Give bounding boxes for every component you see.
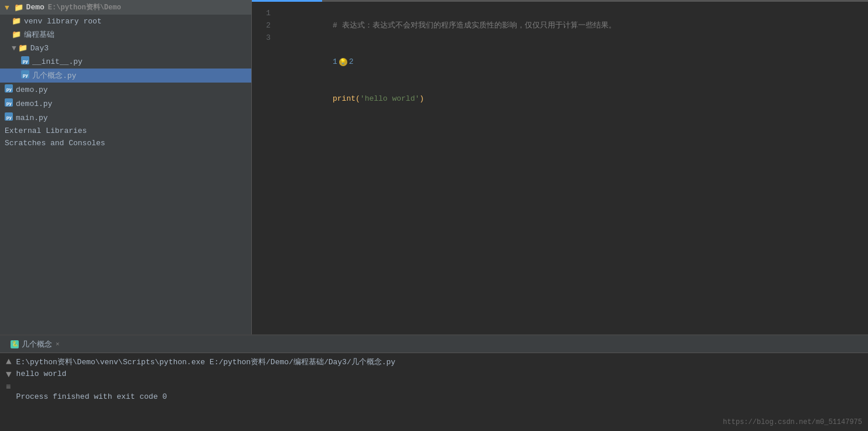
number-1: 1 — [333, 57, 337, 66]
sidebar-item-jigeGainian[interactable]: py 几个概念.py — [0, 69, 251, 83]
terminal-command: E:\python资料\Demo\venv\Scripts\python.exe… — [16, 357, 862, 368]
python-file-icon: py — [21, 70, 29, 81]
sidebar-item-label: main.py — [16, 114, 48, 122]
close-tab-button[interactable]: × — [56, 341, 60, 348]
folder-icon: 📁 — [12, 30, 21, 39]
python-file-icon: py — [5, 84, 13, 95]
sidebar-item-main[interactable]: py main.py — [0, 111, 251, 125]
folder-icon: 📁 — [18, 43, 28, 53]
lightbulb-icon[interactable]: 💡 — [339, 58, 347, 66]
sidebar-item-demo[interactable]: py demo.py — [0, 83, 251, 97]
svg-text:py: py — [6, 87, 12, 92]
python-file-icon: py — [5, 98, 13, 109]
terminal-blank — [16, 379, 862, 391]
line-numbers: 1 2 3 — [252, 2, 281, 334]
number-2: 2 — [349, 57, 354, 66]
terminal-tab[interactable]: 🐍 几个概念 × — [5, 337, 66, 352]
sidebar-item-label: External Libraries — [5, 126, 87, 135]
scroll-bar — [252, 0, 322, 2]
string-hello: 'hello world' — [360, 94, 419, 103]
folder-icon: 📁 — [12, 16, 21, 26]
sidebar-item-scratches[interactable]: Scratches and Consoles — [0, 137, 251, 149]
line-num-1: 1 — [252, 8, 276, 20]
code-line-1: # 表达式：表达式不会对我们的程序造成实质性的影响，仅仅只用于计算一些结果。 — [281, 8, 868, 44]
svg-text:py: py — [6, 115, 12, 120]
terminal-content[interactable]: ▲ ▼ ≡ E:\python资料\Demo\venv\Scripts\pyth… — [0, 353, 868, 431]
editor-area: 1 2 3 # 表达式：表达式不会对我们的程序造成实质性的影响，仅仅只用于计算一… — [252, 0, 868, 334]
down-arrow-icon: ▼ — [6, 370, 12, 380]
svg-text:py: py — [6, 101, 12, 106]
sidebar-item-label: 几个概念.py — [32, 70, 76, 81]
line-num-2: 2 — [252, 20, 276, 32]
print-keyword: print — [333, 94, 356, 103]
chevron-down-icon: ▼ — [12, 44, 16, 53]
sidebar-item-label: Scratches and Consoles — [5, 139, 105, 148]
equals-icon: ≡ — [6, 382, 12, 392]
terminal-tab-label: 几个概念 — [22, 339, 52, 350]
python-tab-icon: 🐍 — [11, 340, 19, 348]
terminal-hello: hello world — [16, 368, 862, 380]
terminal-text: E:\python资料\Demo\venv\Scripts\python.exe… — [16, 357, 862, 427]
scroll-indicator — [252, 0, 868, 2]
bottom-panel: 🐍 几个概念 × ▲ ▼ ≡ E:\python资料\Demo\venv\Scr… — [0, 334, 868, 431]
file-tree[interactable]: ▼ 📁 Demo E:\python资料\Demo 📁 venv library… — [0, 0, 252, 334]
sidebar-item-day3[interactable]: ▼ 📁 Day3 — [0, 42, 251, 54]
sidebar-item-label: __init__.py — [32, 57, 83, 66]
sidebar-item-external[interactable]: External Libraries — [0, 125, 251, 137]
comment-text: # 表达式：表达式不会对我们的程序造成实质性的影响，仅仅只用于计算一些结果。 — [333, 21, 616, 30]
sidebar-item-demo1[interactable]: py demo1.py — [0, 97, 251, 111]
code-line-2: 1💡2 — [281, 44, 868, 80]
sidebar-item-init[interactable]: py __init__.py — [0, 54, 251, 69]
folder-icon: ▼ 📁 — [5, 3, 23, 12]
line-num-3: 3 — [252, 32, 276, 45]
sidebar-item-biancheng[interactable]: 📁 编程基础 — [0, 28, 251, 42]
svg-text:py: py — [23, 73, 29, 78]
open-paren: ( — [356, 94, 360, 103]
sidebar-item-label: demo1.py — [16, 100, 52, 108]
python-file-icon: py — [5, 112, 13, 123]
python-file-icon: py — [21, 56, 29, 67]
csdn-watermark: https://blog.csdn.net/m0_51147975 — [723, 418, 862, 426]
bottom-tab-bar: 🐍 几个概念 × — [0, 336, 868, 353]
terminal-exit: Process finished with exit code 0 — [16, 391, 862, 403]
code-line-3: print('hello world') — [281, 81, 868, 117]
project-root[interactable]: ▼ 📁 Demo E:\python资料\Demo — [0, 0, 251, 15]
editor-content[interactable]: 1 2 3 # 表达式：表达式不会对我们的程序造成实质性的影响，仅仅只用于计算一… — [252, 2, 868, 334]
project-path: E:\python资料\Demo — [48, 2, 121, 12]
sidebar-item-label: Day3 — [30, 44, 49, 53]
project-name: Demo — [26, 3, 45, 12]
sidebar-item-label: venv library root — [24, 17, 102, 26]
sidebar-item-venv[interactable]: 📁 venv library root — [0, 15, 251, 28]
svg-text:py: py — [23, 59, 29, 64]
terminal-arrows: ▲ ▼ ≡ — [6, 357, 12, 427]
sidebar-item-label: 编程基础 — [24, 29, 54, 40]
code-editor[interactable]: # 表达式：表达式不会对我们的程序造成实质性的影响，仅仅只用于计算一些结果。 1… — [281, 2, 868, 334]
sidebar-item-label: demo.py — [16, 85, 48, 94]
close-paren: ) — [419, 94, 424, 103]
up-arrow-icon: ▲ — [6, 357, 12, 367]
